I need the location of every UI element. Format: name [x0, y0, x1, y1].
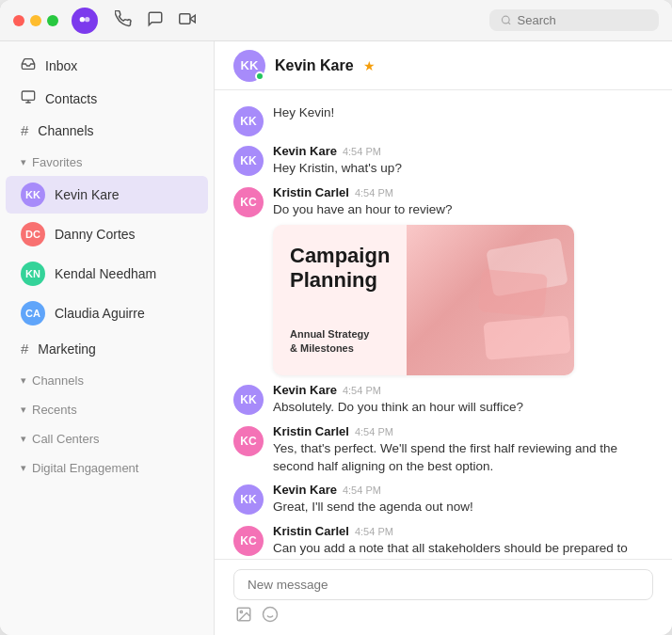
- msg-body-5: Kevin Kare 4:54 PM Absolutely. Do you th…: [273, 383, 653, 417]
- msg-text-6: Yes, that's perfect. We'll spend the fir…: [273, 440, 653, 476]
- image-attach-icon[interactable]: [235, 606, 252, 627]
- app-logo: [72, 8, 98, 34]
- maximize-button[interactable]: [47, 15, 58, 26]
- sidebar-section-recents[interactable]: ▾ Recents: [6, 395, 208, 421]
- msg-text-2: Hey Kristin, what's up?: [273, 160, 653, 178]
- sidebar-section-favorites[interactable]: ▾ Favorites: [6, 148, 208, 173]
- chat-icon[interactable]: [147, 10, 164, 31]
- message-row: KK Kevin Kare 4:54 PM Hey Kristin, what'…: [233, 141, 653, 181]
- input-area: [215, 559, 672, 635]
- message-input[interactable]: [233, 569, 653, 600]
- sidebar-item-claudia-aguirre[interactable]: CA Claudia Aguirre: [6, 294, 208, 332]
- message-row: KC Kristin Carlel 4:54 PM Can you add a …: [233, 521, 653, 559]
- chat-contact-name: Kevin Kare: [275, 57, 354, 74]
- sidebar-item-inbox-label: Inbox: [45, 58, 77, 73]
- input-actions: [233, 600, 653, 629]
- sidebar-section-recents-label: Recents: [32, 403, 77, 417]
- messages-area[interactable]: KK Hey Kevin! KK Kevin Kare 4:54 PM Hey …: [215, 90, 672, 559]
- contacts-icon: [21, 89, 36, 107]
- avatar-kendal-needham: KN: [21, 262, 45, 286]
- msg-sender-8: Kristin Carlel: [273, 524, 349, 538]
- sidebar-item-danny-cortes[interactable]: DC Danny Cortes: [6, 215, 208, 253]
- emoji-icon[interactable]: [262, 606, 279, 627]
- sidebar-item-marketing[interactable]: # Marketing: [6, 334, 208, 363]
- avatar-msg-3: KC: [233, 187, 264, 217]
- msg-sender-3: Kristin Carlel: [273, 185, 349, 199]
- card-shape-2: [478, 269, 548, 317]
- msg-header-2: Kevin Kare 4:54 PM: [273, 144, 653, 158]
- sidebar-item-danny-cortes-label: Danny Cortes: [55, 227, 136, 242]
- msg-header-5: Kevin Kare 4:54 PM: [273, 383, 653, 397]
- video-icon[interactable]: [179, 10, 196, 31]
- sidebar-item-channels[interactable]: # Channels: [6, 116, 208, 145]
- chevron-right-icon: ▾: [21, 374, 26, 387]
- msg-text-3: Do you have an hour to review?: [273, 201, 653, 219]
- star-icon[interactable]: ★: [363, 58, 376, 73]
- sidebar-item-inbox[interactable]: Inbox: [6, 50, 208, 81]
- sidebar-section-digital-engagement[interactable]: ▾ Digital Engagement: [6, 453, 208, 479]
- message-row: KK Hey Kevin!: [233, 102, 653, 139]
- avatar-claudia-aguirre: CA: [21, 301, 45, 325]
- message-row: KC Kristin Carlel 4:54 PM Yes, that's pe…: [233, 421, 653, 479]
- message-row: KC Kristin Carlel 4:54 PM Do you have an…: [233, 183, 653, 378]
- chevron-recents-icon: ▾: [21, 404, 26, 416]
- sidebar-item-kevin-kare-label: Kevin Kare: [55, 187, 119, 202]
- chat-panel: KK Kevin Kare ★ KK Hey Kevin! KK: [215, 41, 672, 635]
- msg-time-8: 4:54 PM: [355, 526, 393, 537]
- app-window: Inbox Contacts # Channels ▾ Favorites KK…: [0, 0, 672, 635]
- online-status-dot: [255, 71, 264, 81]
- inbox-icon: [21, 56, 36, 74]
- card-title: Campaign Planning: [290, 244, 390, 294]
- msg-text-8: Can you add a note that all stakeholders…: [273, 540, 653, 559]
- svg-rect-6: [22, 91, 34, 100]
- card-image: [407, 225, 574, 375]
- sidebar-item-kendal-needham[interactable]: KN Kendal Needham: [6, 255, 208, 293]
- card-text-side: Campaign Planning Annual Strategy& Miles…: [273, 225, 407, 375]
- sidebar-section-call-centers[interactable]: ▾ Call Centers: [6, 424, 208, 450]
- avatar-msg-1: KK: [233, 106, 264, 136]
- msg-sender-2: Kevin Kare: [273, 144, 337, 158]
- campaign-card: Campaign Planning Annual Strategy& Miles…: [273, 225, 574, 375]
- close-button[interactable]: [13, 15, 24, 26]
- minimize-button[interactable]: [30, 15, 41, 26]
- sidebar-section-call-centers-label: Call Centers: [32, 432, 100, 446]
- chat-header: KK Kevin Kare ★: [215, 41, 672, 90]
- msg-body-2: Kevin Kare 4:54 PM Hey Kristin, what's u…: [273, 144, 653, 178]
- sidebar-item-kevin-kare[interactable]: KK Kevin Kare: [6, 176, 208, 214]
- avatar-msg-5: KK: [233, 385, 264, 415]
- sidebar-section-channels-header[interactable]: ▾ Channels: [6, 366, 208, 391]
- msg-text-1: Hey Kevin!: [273, 104, 653, 122]
- msg-time-3: 4:54 PM: [355, 187, 393, 198]
- sidebar-item-kendal-needham-label: Kendal Needham: [55, 266, 156, 281]
- msg-sender-7: Kevin Kare: [273, 483, 337, 497]
- avatar-msg-7: KK: [233, 484, 264, 515]
- phone-icon[interactable]: [115, 10, 132, 31]
- message-row: KK Kevin Kare 4:54 PM Great, I'll send t…: [233, 480, 653, 519]
- msg-header-6: Kristin Carlel 4:54 PM: [273, 424, 653, 438]
- search-bar[interactable]: [489, 9, 659, 31]
- titlebar: [0, 0, 672, 41]
- sidebar-section-favorites-label: Favorites: [32, 155, 82, 169]
- search-input[interactable]: [518, 13, 648, 27]
- sidebar-section-channels-label: Channels: [32, 373, 84, 388]
- message-row: KK Kevin Kare 4:54 PM Absolutely. Do you…: [233, 380, 653, 420]
- msg-text-5: Absolutely. Do you think an hour will su…: [273, 399, 653, 417]
- card-subtitle: Annual Strategy& Milestones: [290, 327, 390, 357]
- svg-rect-3: [180, 13, 190, 24]
- hash-marketing-icon: #: [21, 341, 28, 357]
- svg-point-0: [80, 17, 85, 22]
- chat-header-avatar: KK: [233, 50, 265, 82]
- msg-sender-5: Kevin Kare: [273, 383, 337, 397]
- msg-sender-6: Kristin Carlel: [273, 424, 349, 438]
- traffic-lights: [13, 15, 58, 26]
- msg-header-7: Kevin Kare 4:54 PM: [273, 483, 653, 497]
- card-shape-3: [483, 315, 570, 360]
- sidebar-item-contacts[interactable]: Contacts: [6, 83, 208, 114]
- sidebar-item-claudia-aguirre-label: Claudia Aguirre: [55, 306, 145, 321]
- avatar-msg-6: KC: [233, 426, 264, 456]
- msg-body-1: Hey Kevin!: [273, 104, 653, 122]
- msg-header-8: Kristin Carlel 4:54 PM: [273, 524, 653, 538]
- svg-point-10: [240, 611, 242, 612]
- sidebar-item-contacts-label: Contacts: [45, 91, 97, 106]
- msg-body-8: Kristin Carlel 4:54 PM Can you add a not…: [273, 524, 653, 559]
